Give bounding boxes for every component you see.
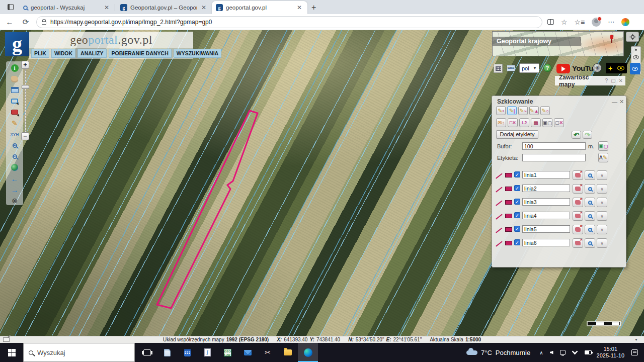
sketch-delete-button[interactable]: ▢✕ [554, 118, 564, 127]
line-color-swatch[interactable] [505, 173, 512, 177]
line-delete-button[interactable] [573, 184, 583, 194]
sketch-edit-vertices-button[interactable]: □✕ [508, 118, 518, 127]
select-rectangle-button[interactable] [9, 96, 20, 107]
tab-1[interactable]: geoportal - Wyszukaj ✕ [19, 1, 115, 14]
tab-close-icon[interactable]: ✕ [295, 4, 303, 11]
taskbar-search[interactable]: Wyszukaj [23, 343, 135, 362]
panel-help-icon[interactable]: ? [605, 78, 608, 83]
line-visibility-checkbox[interactable] [514, 226, 520, 232]
tab-actions-button[interactable] [4, 2, 17, 13]
line-color-swatch[interactable] [505, 227, 512, 232]
mail-app-button[interactable] [237, 343, 258, 362]
attribute-table-button[interactable] [9, 84, 20, 96]
line-color-swatch[interactable] [505, 200, 512, 205]
help-button[interactable]: ? [543, 64, 551, 72]
url-bar[interactable]: https://mapy.geoportal.gov.pl/imap/Imgp_… [36, 16, 542, 28]
menu-wyszukiwania[interactable]: WYSZUKIWANIA [174, 49, 221, 58]
measure-tool-button[interactable]: ✎ [9, 118, 20, 129]
menu-analizy[interactable]: ANALIZY [77, 49, 107, 58]
sketch-line-tool-active[interactable]: ✎| [507, 106, 517, 115]
taskbar-weather[interactable]: 7°C Pochmurnie [466, 349, 530, 356]
snipping-tool-button[interactable]: ✂ [258, 343, 278, 362]
sketch-polyline-tool[interactable]: ✎~ [518, 106, 528, 115]
wms-button[interactable]: wms [507, 65, 515, 71]
line-options-button[interactable]: ∨ [597, 184, 607, 194]
dot-icon[interactable] [635, 49, 637, 51]
info-tool-button[interactable]: i [9, 62, 20, 73]
label-style-button[interactable]: A✎ [598, 153, 608, 162]
add-labels-button[interactable]: Dodaj etykiety [496, 130, 538, 139]
favorites-list-icon[interactable]: ☆≡ [575, 18, 585, 26]
split-screen-icon[interactable] [547, 19, 554, 25]
panel-maximize-icon[interactable]: ▢ [611, 78, 615, 83]
copilot-icon[interactable] [621, 18, 629, 26]
notepad-app-button[interactable] [157, 343, 177, 362]
refresh-button[interactable]: ⟳ [19, 16, 32, 29]
line-options-button[interactable]: ∨ [597, 225, 607, 234]
next-view-button[interactable]: → [9, 184, 20, 195]
pan-tool-button[interactable] [9, 73, 20, 84]
line-zoom-to-button[interactable] [585, 238, 595, 248]
zoom-slider-track[interactable] [25, 69, 26, 133]
taskbar-clock[interactable]: 15:01 2025-11-10 [597, 346, 624, 359]
edge-app-button[interactable] [298, 343, 318, 362]
buffer-apply-button[interactable]: ▣▢ [598, 141, 608, 151]
close-tools-button[interactable]: ⊗ [9, 195, 20, 206]
geolab-app-button[interactable]: GEOLAB [217, 343, 237, 362]
line-delete-button[interactable] [573, 211, 583, 221]
overview-settings-button[interactable] [626, 32, 639, 42]
line-options-button[interactable]: ∨ [597, 211, 607, 221]
etykieta-input[interactable] [522, 154, 586, 161]
language-select[interactable]: pol▼ [519, 63, 539, 73]
sketch-freehand-tool[interactable]: ✎○ [540, 106, 550, 115]
line-zoom-to-button[interactable] [585, 184, 595, 194]
line-zoom-to-button[interactable] [585, 198, 595, 207]
document-app-button[interactable]: ∫ [197, 343, 217, 362]
display-tray-icon[interactable] [560, 350, 566, 355]
eye-icon[interactable] [633, 55, 639, 59]
battery-icon[interactable] [585, 350, 592, 354]
zoom-minus-button[interactable]: − [21, 132, 29, 140]
menu-pobieranie-danych[interactable]: POBIERANIE DANYCH [109, 49, 172, 58]
start-button[interactable] [0, 343, 23, 362]
youtube-play-icon[interactable] [556, 64, 570, 73]
line-zoom-to-button[interactable] [585, 170, 595, 180]
panel-minimize-icon[interactable]: — [612, 99, 617, 105]
zoom-slider-handle[interactable] [22, 85, 29, 89]
wifi-icon[interactable] [572, 350, 578, 355]
line-name-input[interactable] [522, 212, 570, 219]
sketch-duplicate-button[interactable]: ▣▢ [542, 118, 552, 127]
line-name-input[interactable] [522, 171, 570, 178]
accessibility-wheel-icon[interactable]: ✳ [593, 63, 602, 72]
tab-close-icon[interactable]: ✕ [200, 4, 208, 11]
line-name-input[interactable] [522, 225, 570, 233]
line-visibility-checkbox[interactable] [514, 171, 520, 177]
panel-close-icon[interactable]: ✕ [619, 99, 624, 105]
action-center-icon[interactable] [631, 349, 638, 355]
legend-button[interactable] [494, 64, 503, 73]
tray-expand-icon[interactable]: ∧ [539, 350, 543, 355]
line-delete-button[interactable] [573, 198, 583, 207]
sketch-import-button[interactable]: ✉↑ [496, 118, 506, 127]
tab-close-icon[interactable]: ✕ [103, 4, 111, 11]
coordinates-tool-button[interactable]: XYH [9, 129, 20, 140]
zoom-in-tool-button[interactable]: + [9, 140, 20, 151]
sketch-copy-shape-button[interactable]: ▩ [531, 118, 541, 127]
line-name-input[interactable] [522, 239, 570, 246]
line-options-button[interactable]: ∨ [597, 238, 607, 248]
visibility-edge-tab[interactable] [630, 63, 640, 74]
line-delete-button[interactable] [573, 225, 583, 234]
line-name-input[interactable] [522, 185, 570, 192]
line-visibility-checkbox[interactable] [514, 239, 520, 245]
line-name-input[interactable] [522, 198, 570, 206]
sketch-polygon-tool[interactable]: ✎▲ [529, 106, 539, 115]
back-button[interactable]: ← [3, 16, 16, 29]
resize-handle-icon[interactable] [3, 337, 10, 342]
sketch-continue-line-button[interactable]: L2 [519, 118, 529, 127]
zoom-plus-button[interactable]: + [21, 61, 29, 69]
menu-widok[interactable]: WIDOK [51, 49, 75, 58]
calculator-app-button[interactable] [177, 343, 197, 362]
url-text[interactable]: https://mapy.geoportal.gov.pl/imap/Imgp_… [50, 19, 212, 26]
volume-icon[interactable] [550, 351, 553, 354]
tab-3-active[interactable]: g geoportal.gov.pl ✕ [212, 1, 307, 14]
